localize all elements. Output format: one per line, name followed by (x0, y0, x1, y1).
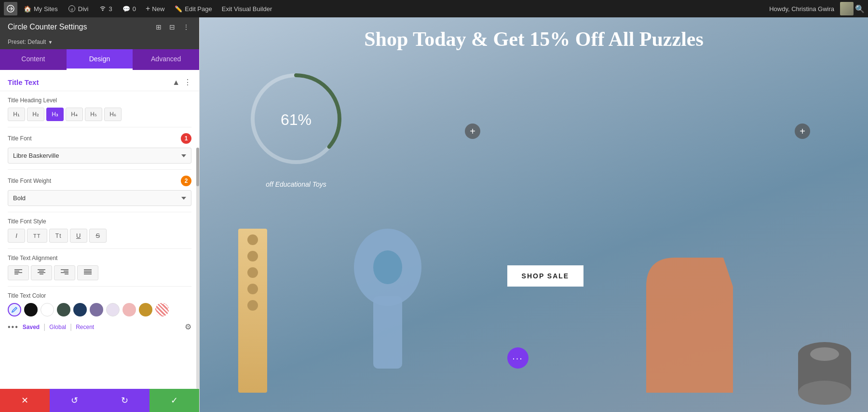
lavender-swatch[interactable] (106, 303, 120, 316)
pink-swatch[interactable] (122, 303, 136, 316)
notifications-menu[interactable]: 3 (95, 2, 116, 15)
tab-bar: Content Design Advanced (0, 49, 199, 70)
overflow-menu-icon[interactable]: ⋮ (181, 22, 191, 32)
eyedropper-swatch[interactable] (8, 303, 21, 316)
align-right-btn[interactable] (54, 265, 75, 280)
edit-page-button[interactable]: ✏️ Edit Page (170, 2, 216, 15)
circle-counter: 61% off Educational Toys (243, 66, 349, 174)
toy-area (200, 229, 868, 412)
my-sites-menu[interactable]: 🏠 My Sites (19, 2, 62, 15)
plus-button-1[interactable]: + (465, 124, 480, 139)
heading-h3-btn[interactable]: H₃ (46, 108, 64, 121)
font-style-buttons: I TT Tt U S (8, 229, 191, 243)
align-center-icon (38, 269, 45, 277)
white-swatch[interactable] (41, 303, 54, 316)
title-text-alignment-label: Title Text Alignment (8, 255, 191, 261)
toy-wrench (344, 229, 431, 373)
heading-level-label: Title Heading Level (8, 97, 191, 104)
heading-h1-btn[interactable]: H₁ (8, 108, 25, 121)
wifi-icon (98, 4, 107, 13)
strikethrough-btn[interactable]: S (89, 229, 107, 243)
align-center-btn[interactable] (31, 265, 52, 280)
main-area: Circle Counter Settings ⊞ ⊟ ⋮ Preset: De… (0, 17, 868, 412)
heading-h5-btn[interactable]: H₅ (85, 108, 102, 121)
color-tabs: ••• Saved | Global | Recent ⚙ (8, 320, 191, 333)
svg-point-3 (102, 10, 103, 11)
italic-btn[interactable]: I (8, 229, 25, 243)
panel-header: Circle Counter Settings ⊞ ⊟ ⋮ (0, 17, 199, 37)
house-icon: 🏠 (23, 4, 32, 13)
columns-icon[interactable]: ⊟ (167, 22, 177, 32)
scrollbar[interactable] (196, 148, 199, 389)
undo-button[interactable]: ↺ (50, 389, 99, 412)
purple-swatch[interactable] (90, 303, 103, 316)
font-weight-badge-2: 2 (181, 176, 191, 186)
tab-advanced[interactable]: Advanced (133, 49, 199, 70)
float-dots-button[interactable]: ··· (507, 347, 529, 369)
heading-h6-btn[interactable]: H₆ (104, 108, 122, 121)
saved-tab[interactable]: Saved (23, 324, 40, 330)
gold-swatch[interactable] (139, 303, 152, 316)
heading-h2-btn[interactable]: H₂ (27, 108, 44, 121)
svg-text:d: d (71, 7, 73, 12)
title-text-color-row: Title Text Color ••• (0, 287, 199, 339)
shop-sale-button[interactable]: SHOP SALE (507, 265, 584, 287)
title-font-label: Title Font (8, 135, 177, 142)
preset-label: Preset: Default (8, 39, 46, 45)
striped-swatch[interactable] (155, 303, 169, 316)
uppercase-btn[interactable]: TT (27, 229, 47, 243)
recent-tab[interactable]: Recent (76, 324, 94, 330)
underline-btn[interactable]: U (70, 229, 87, 243)
redo-button[interactable]: ↻ (100, 389, 149, 412)
heading-level-buttons: H₁ H₂ H₃ H₄ H₅ H₆ (8, 108, 191, 121)
site-content: Shop Today & Get 15% Off All Puzzles 61%… (200, 17, 868, 412)
color-swatches (8, 303, 191, 316)
tab-content[interactable]: Content (0, 49, 67, 70)
align-justify-btn[interactable] (77, 265, 98, 280)
title-font-weight-label: Title Font Weight (8, 178, 177, 184)
global-tab[interactable]: Global (49, 324, 66, 330)
navy-swatch[interactable] (73, 303, 87, 316)
divi-icon: d (68, 4, 76, 13)
align-right-icon (61, 269, 68, 277)
toy-wheel (796, 340, 854, 407)
pencil-icon: ✏️ (174, 4, 183, 13)
section-more-icon[interactable]: ⋮ (184, 78, 191, 87)
svg-rect-24 (373, 296, 402, 369)
font-badge-1: 1 (181, 133, 191, 144)
plus-button-2[interactable]: + (795, 124, 810, 139)
search-icon[interactable]: 🔍 (855, 4, 864, 13)
font-weight-select[interactable]: Bold Thin Light Regular Extra Bold Black (8, 190, 191, 206)
dark-green-swatch[interactable] (57, 303, 70, 316)
cancel-button[interactable]: ✕ (0, 389, 50, 412)
new-button[interactable]: + New (142, 2, 168, 15)
exit-builder-button[interactable]: Exit Visual Builder (218, 3, 276, 14)
heading-h4-btn[interactable]: H₄ (66, 108, 83, 121)
svg-point-20 (12, 312, 13, 313)
color-gear-icon[interactable]: ⚙ (185, 322, 191, 331)
panel-header-icons: ⊞ ⊟ ⋮ (154, 22, 191, 32)
title-text-color-label: Title Text Color (8, 292, 191, 299)
wp-logo-icon[interactable] (4, 2, 17, 15)
grid-view-icon[interactable]: ⊞ (154, 22, 163, 32)
capitalize-btn[interactable]: Tt (49, 229, 68, 243)
align-justify-icon (84, 269, 92, 277)
tab-design[interactable]: Design (67, 49, 133, 70)
align-left-btn[interactable] (8, 265, 29, 280)
admin-bar-right: Howdy, Christina Gwira 🔍 (765, 2, 864, 15)
comments-menu[interactable]: 💬 0 (118, 2, 140, 15)
panel-title: Circle Counter Settings (8, 23, 87, 31)
black-swatch[interactable] (24, 303, 38, 316)
circle-subtext: off Educational Toys (266, 180, 326, 188)
user-avatar[interactable] (840, 2, 854, 15)
comment-icon: 💬 (122, 4, 131, 13)
section-title-label: Title Text (8, 78, 39, 86)
section-header-icons: ▲ ⋮ (172, 78, 191, 87)
font-select[interactable]: Libre Baskerville (8, 148, 191, 164)
save-button[interactable]: ✓ (149, 389, 199, 412)
howdy-greeting: Howdy, Christina Gwira (765, 3, 838, 14)
more-dots-icon[interactable]: ••• (8, 323, 19, 331)
preset-bar[interactable]: Preset: Default ▼ (0, 37, 199, 49)
collapse-icon[interactable]: ▲ (172, 78, 180, 87)
divi-menu[interactable]: d Divi (64, 2, 93, 15)
